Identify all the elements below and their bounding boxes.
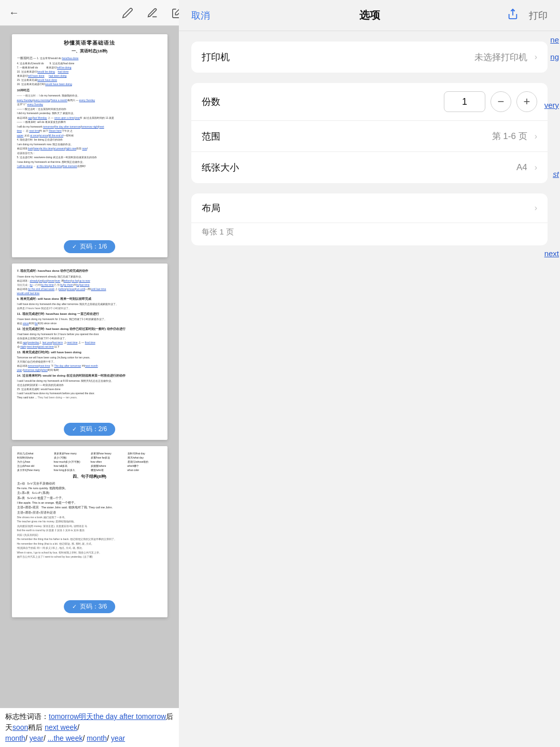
copies-value: 1 <box>444 91 485 112</box>
link-month[interactable]: month <box>5 734 25 742</box>
share-icon[interactable] <box>507 8 519 23</box>
bottom-line1: 标志性词语：tomorrow明天the day after tomorrow后天… <box>5 711 174 733</box>
page2-badge: ✓ 页码：2/6 <box>64 423 116 436</box>
copies-row: 份数 1 − + <box>191 83 548 121</box>
page1-title: 秒懂英语零基础语法 <box>17 39 162 47</box>
printer-section: 打印机 未选择打印机 › <box>191 42 548 73</box>
options-section: 份数 1 − + 范围 第 1-6 页 › <box>191 83 548 183</box>
main-layout: 秒懂英语零基础语法 一、英语时态(16种) 一般现时态 — 1. 过去常常/wo… <box>0 26 560 747</box>
print-button[interactable]: 打印 <box>529 9 548 22</box>
copies-control: 1 − + <box>444 91 537 112</box>
paper-value: A4 › <box>516 162 537 173</box>
link-year2[interactable]: year <box>111 734 125 742</box>
printer-label: 打印机 <box>202 51 474 63</box>
print-actions: 打印 <box>507 8 548 23</box>
link-soon[interactable]: soon <box>12 723 28 731</box>
link-next-week[interactable]: next week <box>45 723 77 731</box>
link-day-after-tomorrow[interactable]: the day after tomorrow <box>93 712 166 721</box>
print-title: 选项 <box>359 8 380 22</box>
range-row[interactable]: 范围 第 1-6 页 › <box>191 121 548 152</box>
paper-label: 纸张大小 <box>202 161 516 174</box>
bottom-line2: month/ year/ ...the week/ month/ year <box>5 733 174 744</box>
pencil-tool[interactable] <box>120 5 135 21</box>
link-the-week[interactable]: ...the week <box>48 734 83 742</box>
layout-label: 布局 <box>202 202 535 214</box>
cancel-button[interactable]: 取消 <box>191 9 210 22</box>
bottom-prefix: 标志性词语： <box>5 712 49 721</box>
document-panel[interactable]: 秒懂英语零基础语法 一、英语时态(16种) 一般现时态 — 1. 过去常常/wo… <box>0 26 179 747</box>
link-year[interactable]: year <box>30 734 44 742</box>
print-body[interactable]: 打印机 未选择打印机 › 份数 1 − + <box>179 31 560 747</box>
doc-page-3: 闭在几点/what 时间/时间/why 为什么/how 怎么样/how old … <box>12 446 167 617</box>
printer-row[interactable]: 打印机 未选择打印机 › <box>191 42 548 73</box>
doc-page-1: 秒懂英语零基础语法 一、英语时态(16种) 一般现时态 — 1. 过去常常/wo… <box>12 34 167 257</box>
layout-header: 布局 › <box>191 193 548 223</box>
printer-value: 未选择打印机 › <box>474 51 537 63</box>
highlighter-tool[interactable] <box>145 5 160 21</box>
copies-increase-button[interactable]: + <box>516 91 537 112</box>
range-value: 第 1-6 页 › <box>492 130 537 142</box>
layout-arrow: › <box>535 203 537 213</box>
range-arrow: › <box>535 132 537 141</box>
printer-arrow: › <box>535 52 537 62</box>
range-label: 范围 <box>202 130 492 143</box>
copies-decrease-button[interactable]: − <box>491 91 511 112</box>
print-panel: 取消 选项 打印 打印机 未选择打印机 <box>179 0 560 747</box>
layout-section[interactable]: 布局 › 每张 1 页 <box>191 193 548 245</box>
bottom-bar: 标志性词语：tomorrow明天the day after tomorrow后天… <box>0 708 179 747</box>
doc-page-2: 7. 现在完成时: have/has done 动作已经完成的动作 I have… <box>12 264 167 440</box>
layout-subtitle: 每张 1 页 <box>191 223 548 245</box>
page1-section: 一、英语时态(16种) <box>17 49 162 54</box>
link-month2[interactable]: month <box>87 734 107 742</box>
page1-badge: ✓ 页码：1/6 <box>64 240 116 253</box>
copies-label: 份数 <box>202 95 444 108</box>
paper-row[interactable]: 纸张大小 A4 › <box>191 152 548 183</box>
paper-arrow: › <box>535 163 537 172</box>
link-tomorrow[interactable]: tomorrow明天 <box>49 712 93 721</box>
page3-badge: ✓ 页码：3/6 <box>64 600 116 613</box>
back-button[interactable]: ← <box>6 5 22 21</box>
print-header: 取消 选项 打印 <box>179 0 560 31</box>
